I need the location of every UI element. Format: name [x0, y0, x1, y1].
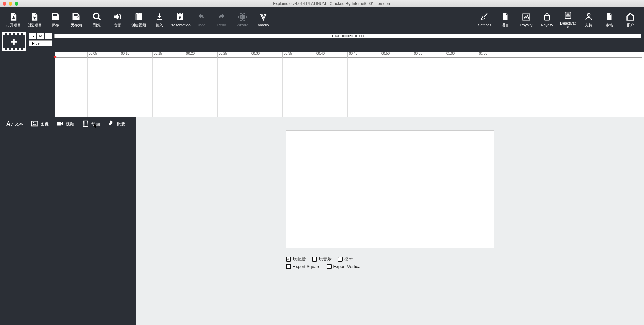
save-label: 保存: [52, 22, 59, 28]
export-options: 玩配音玩音乐循环 Export SquareExport Vertical: [286, 256, 494, 269]
open-project-button[interactable]: 打开项目: [3, 9, 24, 30]
undo-label: Undo: [197, 23, 205, 27]
checkbox-loop[interactable]: 循环: [338, 256, 353, 262]
svg-point-3: [241, 16, 244, 18]
undo-button[interactable]: Undo: [191, 9, 211, 30]
image-icon: [31, 120, 38, 128]
playhead[interactable]: [55, 58, 55, 117]
market-icon: [604, 12, 615, 22]
tab-video[interactable]: 视频: [53, 118, 78, 130]
wizard-icon: [237, 12, 248, 22]
svg-point-2: [94, 13, 99, 18]
royalty1-button[interactable]: Royalty: [516, 9, 537, 30]
preview-canvas[interactable]: [286, 130, 494, 248]
tab-label: 视频: [66, 121, 74, 127]
checkbox-label: 循环: [344, 256, 353, 262]
presentation-icon: [174, 12, 186, 22]
ruler-tick: 00:50: [380, 52, 390, 58]
preview-label: 预览: [93, 22, 101, 28]
vidello-label: Vidello: [258, 23, 269, 27]
language-icon: [500, 12, 511, 22]
main-toolbar: 打开项目创造项目保存另存为预览音频创建视频输入PresentationUndoR…: [0, 7, 644, 32]
timeline-tracks[interactable]: [55, 58, 642, 117]
create-project-label: 创造项目: [27, 22, 42, 28]
language-label: 语言: [502, 22, 509, 28]
svg-rect-8: [544, 15, 550, 20]
preview-button[interactable]: 预览: [87, 9, 107, 30]
market-button[interactable]: 市场: [599, 9, 620, 30]
account-button[interactable]: 帐户: [620, 9, 641, 30]
zoom-l-button[interactable]: L: [45, 33, 52, 39]
redo-label: Redo: [217, 23, 226, 27]
checkbox-label: Export Vertical: [333, 264, 362, 269]
support-label: 支持: [585, 22, 592, 28]
redo-button[interactable]: Redo: [211, 9, 232, 30]
timeline-total-bar[interactable]: TOTAL - 00:00:00.00 SEC: [54, 34, 641, 38]
timeline-tracks-area[interactable]: 00:0500:1000:1500:2000:2500:3000:3500:40…: [0, 52, 644, 117]
language-button[interactable]: 语言: [495, 9, 516, 30]
asset-panel: 文本图像视频动画概要: [0, 117, 136, 325]
undo-icon: [195, 12, 207, 22]
ruler-tick: 00:15: [152, 52, 162, 58]
deactivate-button[interactable]: Deactivate: [557, 9, 578, 30]
checkbox-label: 玩音乐: [319, 256, 332, 262]
support-button[interactable]: 支持: [578, 9, 599, 30]
presentation-button[interactable]: Presentation: [170, 9, 191, 30]
tab-text[interactable]: 文本: [2, 118, 27, 130]
audio-button[interactable]: 音频: [107, 9, 128, 30]
royalty2-icon: [541, 12, 553, 22]
preview-icon: [91, 12, 103, 22]
save-as-label: 另存为: [71, 22, 82, 28]
tab-label: 动画: [91, 121, 100, 127]
ruler-tick: 00:55: [413, 52, 422, 58]
maximize-icon[interactable]: [15, 2, 18, 6]
checkbox-box: [338, 257, 343, 262]
tab-image[interactable]: 图像: [28, 118, 52, 130]
account-label: 帐户: [627, 22, 634, 28]
timeline-ruler: 00:0500:1000:1500:2000:2500:3000:3500:40…: [55, 52, 642, 58]
vidello-button[interactable]: Vidello: [253, 9, 274, 30]
ruler-tick: 00:25: [217, 52, 227, 58]
video-icon: [56, 120, 64, 128]
save-icon: [50, 12, 61, 22]
tab-label: 文本: [15, 121, 23, 127]
zoom-size-buttons: SML: [29, 33, 52, 39]
tab-summary[interactable]: 概要: [104, 118, 129, 130]
ruler-tick: 00:10: [120, 52, 129, 58]
add-scene-button[interactable]: +: [0, 32, 28, 52]
zoom-m-button[interactable]: M: [37, 33, 44, 39]
zoom-s-button[interactable]: S: [29, 33, 36, 39]
svg-point-14: [33, 122, 34, 123]
support-icon: [583, 12, 594, 22]
create-video-icon: [133, 12, 144, 22]
timeline-total-label: TOTAL - 00:00:00.00 SEC: [330, 34, 365, 38]
tab-animation[interactable]: 动画: [78, 118, 103, 130]
svg-rect-11: [567, 14, 570, 15]
open-project-icon: [8, 12, 19, 22]
save-as-icon: [70, 12, 82, 22]
checkbox-export-vertical[interactable]: Export Vertical: [327, 264, 362, 269]
hide-button[interactable]: Hide: [29, 40, 52, 46]
checkbox-play-music[interactable]: 玩音乐: [312, 256, 332, 262]
checkbox-box: [286, 264, 291, 269]
royalty2-button[interactable]: Royalty: [537, 9, 557, 30]
create-project-button[interactable]: 创造项目: [24, 9, 45, 30]
minimize-icon[interactable]: [9, 2, 12, 6]
svg-rect-15: [57, 122, 61, 125]
window-controls: [3, 2, 18, 6]
wizard-button[interactable]: Wizard: [232, 9, 253, 30]
save-as-button[interactable]: 另存为: [66, 9, 87, 30]
settings-button[interactable]: Settings: [474, 9, 495, 30]
ruler-tick: 00:35: [282, 52, 292, 58]
input-button[interactable]: 输入: [149, 9, 170, 30]
checkbox-play-voiceover[interactable]: 玩配音: [286, 256, 306, 262]
close-icon[interactable]: [3, 2, 6, 6]
checkbox-export-square[interactable]: Export Square: [286, 264, 321, 269]
save-button[interactable]: 保存: [45, 9, 66, 30]
animation-icon: [82, 120, 89, 128]
ruler-tick: 00:45: [347, 52, 357, 58]
create-video-button[interactable]: 创建视频: [128, 9, 149, 30]
checkbox-box: [327, 264, 332, 269]
ruler-tick: 00:20: [185, 52, 195, 58]
titlebar: Explaindio v4.014 PLATINUM - Cracked By …: [0, 0, 644, 7]
